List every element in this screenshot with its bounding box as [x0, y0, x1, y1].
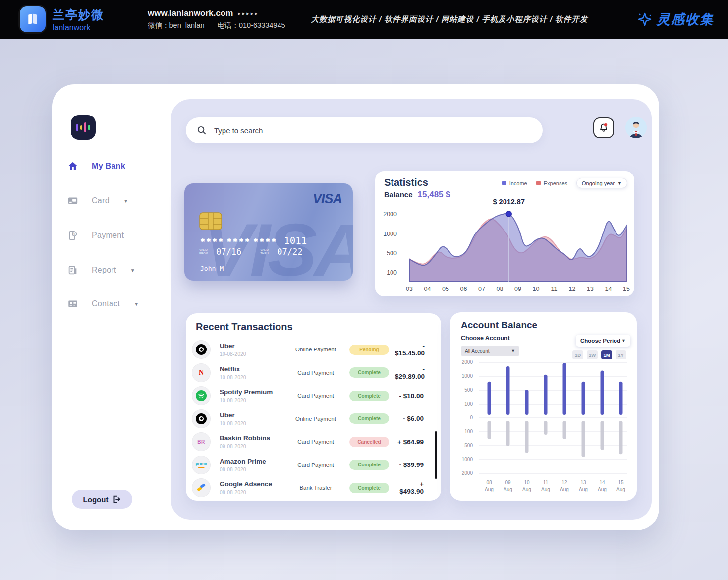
period-button-1m[interactable]: 1M: [601, 350, 612, 359]
logo-bar: [76, 124, 78, 131]
legend-expenses: Expenses: [536, 180, 567, 186]
transaction-amount: - $15.45.00: [395, 342, 430, 357]
card-number: ✱✱✱✱ ✱✱✱✱ ✱✱✱✱ 1011: [200, 235, 307, 246]
chevron-down-icon: ▼: [617, 181, 622, 186]
sidebar-item-card[interactable]: Card ▼: [67, 192, 161, 209]
period-button-1d[interactable]: 1D: [572, 350, 583, 359]
svg-text:10: 10: [533, 286, 540, 292]
transaction-amount: + $493.90: [395, 480, 429, 495]
visa-bank-card: VISA VISA ✱✱✱✱ ✱✱✱✱ ✱✱✱✱ 1011 VALID FROM…: [184, 183, 353, 281]
account-select-dropdown[interactable]: All Account ▼: [461, 346, 519, 356]
transaction-type: Card Payment: [288, 439, 343, 445]
status-badge: Complete: [349, 391, 389, 401]
transaction-row-uber-2[interactable]: Uber 10-08-2020 Online Payment Complete …: [192, 407, 429, 431]
transaction-row-google-adsense[interactable]: Google Adsence 08-08-2020 Bank Trasfer C…: [192, 476, 429, 500]
account-balance-title: Account Balance: [461, 320, 537, 331]
svg-text:$: $: [73, 232, 75, 236]
open-book-icon: [25, 12, 40, 27]
transaction-row-uber[interactable]: Uber 10-08-2020 Online Payment Pending -…: [192, 338, 429, 361]
dashboard-content: VISA VISA ✱✱✱✱ ✱✱✱✱ ✱✱✱✱ 1011 VALID FROM…: [171, 99, 652, 520]
chevron-down-icon: ▼: [621, 338, 626, 343]
credit-card-icon: [67, 195, 79, 207]
svg-text:1000: 1000: [462, 457, 473, 462]
sidebar-item-contact[interactable]: Contact ▼: [67, 295, 161, 312]
income-swatch: [502, 181, 506, 185]
valid-from-value: 07/16: [216, 247, 241, 257]
legend-expenses-label: Expenses: [544, 180, 567, 186]
svg-text:15Aug: 15Aug: [616, 480, 625, 492]
card-number-masked: ✱✱✱✱ ✱✱✱✱ ✱✱✱✱: [200, 237, 277, 244]
ongoing-year-dropdown[interactable]: Ongoing year ▼: [576, 178, 627, 188]
svg-text:14: 14: [605, 286, 612, 292]
transaction-date: 08-08-2020: [220, 489, 288, 495]
sidebar-item-my-bank[interactable]: My Bank: [67, 158, 161, 174]
sidebar-item-report[interactable]: Report ▼: [67, 262, 161, 279]
sidebar-item-label: Card: [92, 196, 110, 205]
transaction-amount: - $29.89.00: [395, 365, 430, 380]
transactions-list: Uber 10-08-2020 Online Payment Pending -…: [192, 338, 429, 500]
transaction-row-netflix[interactable]: N Netflix 10-08-2020 Card Payment Comple…: [192, 361, 429, 385]
transaction-type: Card Payment: [288, 393, 343, 399]
mobile-payment-icon: $: [67, 230, 79, 241]
sidebar: My Bank Card ▼ $ Payment Report ▼: [52, 84, 171, 530]
search-input[interactable]: [214, 126, 543, 135]
svg-text:14Aug: 14Aug: [598, 480, 607, 492]
arrows-decoration: ▸▸▸▸▸: [238, 10, 259, 17]
scrollbar-thumb[interactable]: [435, 431, 437, 479]
transaction-amount: + $64.99: [395, 438, 429, 446]
svg-text:12Aug: 12Aug: [560, 480, 569, 492]
avatar-person-icon: [625, 117, 647, 138]
valid-thru-label: VALID THRU: [260, 248, 274, 255]
transaction-row-amazon-prime[interactable]: prime Amazon Prime 08-08-2020 Card Payme…: [192, 454, 429, 477]
transaction-name: Spotify Premium: [220, 388, 288, 396]
legend-income-label: Income: [509, 180, 527, 186]
svg-text:2000: 2000: [462, 359, 473, 365]
svg-text:10Aug: 10Aug: [522, 480, 531, 492]
notifications-button[interactable]: [593, 117, 614, 138]
svg-text:08Aug: 08Aug: [485, 480, 494, 492]
transactions-title: Recent Transactions: [196, 321, 293, 333]
baskin-robbins-icon: BR: [192, 432, 211, 451]
svg-text:05: 05: [442, 286, 449, 292]
svg-text:03: 03: [406, 286, 413, 292]
logout-button[interactable]: Logout: [72, 490, 132, 509]
chevron-down-icon: ▼: [511, 348, 515, 353]
transaction-row-spotify[interactable]: Spotify Premium 10-08-2020 Card Payment …: [192, 384, 429, 407]
contact-block: www.lanlanwork.com ▸▸▸▸▸ 微信：ben_lanlan 电…: [148, 8, 285, 30]
user-avatar[interactable]: [625, 117, 647, 138]
chevron-down-icon: ▼: [123, 198, 128, 204]
transaction-name: Baskin Robbins: [220, 434, 288, 442]
choose-period-dropdown[interactable]: Choose Period ▼: [576, 335, 630, 347]
choose-period-label: Choose Period: [580, 338, 620, 344]
uber-icon: [192, 340, 211, 359]
logout-label: Logout: [83, 495, 109, 504]
netflix-icon: N: [192, 363, 211, 382]
transaction-row-baskin-robbins[interactable]: BR Baskin Robbins 09-08-2020 Card Paymen…: [192, 430, 429, 454]
amazon-prime-icon: prime: [192, 456, 211, 474]
transaction-amount: - $6.00: [395, 415, 429, 422]
balance-label: Balance: [384, 190, 413, 199]
transaction-name: Netflix: [220, 365, 288, 373]
status-badge: Pending: [349, 345, 389, 355]
collect-logo-block: 灵感收集: [637, 10, 714, 28]
transaction-type: Online Payment: [288, 416, 343, 422]
statistics-card: Statistics Balance 15,485 $ Income Expen…: [375, 171, 634, 296]
svg-text:09: 09: [514, 286, 521, 292]
transaction-name: Google Adsence: [220, 480, 288, 488]
svg-text:11: 11: [551, 286, 558, 292]
brand-name-zh: 兰亭妙微: [53, 7, 104, 23]
transaction-date: 10-08-2020: [220, 374, 288, 380]
svg-text:100: 100: [387, 269, 397, 276]
card-holder-name: John M: [200, 265, 224, 272]
period-button-1w[interactable]: 1W: [587, 350, 598, 359]
transaction-name: Uber: [220, 411, 288, 419]
period-button-1y[interactable]: 1Y: [616, 350, 626, 359]
sidebar-item-payment[interactable]: $ Payment: [67, 227, 161, 244]
svg-text:07: 07: [478, 286, 485, 292]
svg-text:1000: 1000: [462, 373, 473, 379]
expenses-swatch: [536, 181, 541, 185]
valid-thru-value: 07/22: [277, 247, 302, 257]
period-buttons: 1D 1W 1M 1Y: [572, 350, 626, 359]
contact-card-icon: [67, 298, 79, 310]
transaction-date: 10-08-2020: [220, 420, 288, 426]
